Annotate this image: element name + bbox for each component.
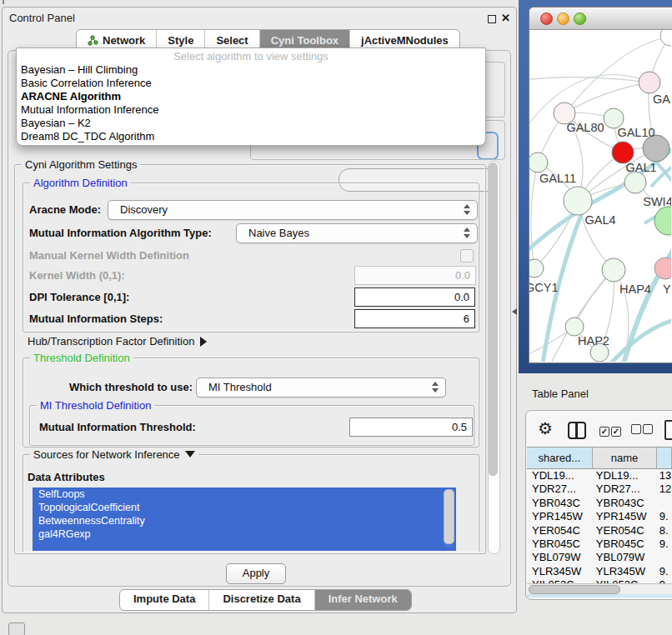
settings-scrollbar[interactable] [488, 161, 500, 554]
table-cell: YLR345W [591, 565, 654, 578]
table-row[interactable]: YPR145WYPR145W9. [527, 510, 672, 523]
attribute-item-topologicalcoefficient[interactable]: TopologicalCoefficient [33, 501, 456, 514]
mi-type-combo[interactable]: Naive Bayes [236, 223, 478, 243]
network-icon [88, 35, 98, 46]
table-cell [654, 497, 672, 510]
tab-label: Select [216, 34, 248, 47]
manual-kernel-checkbox[interactable] [460, 249, 474, 262]
table-row[interactable]: YBL079WYBL079W [527, 551, 672, 564]
control-panel-window: Control Panel ✕ NetworkStyleSelectCyni T… [2, 7, 517, 613]
table-row[interactable]: YER054CYER054C8. [527, 524, 672, 538]
network-node[interactable] [660, 30, 671, 46]
network-thick-edge[interactable] [608, 318, 671, 362]
table-cell: YDR27... [527, 482, 591, 496]
tab-infer-network[interactable]: Infer Network [314, 590, 411, 610]
aracne-mode-label: Aracne Mode: [29, 200, 101, 219]
algorithm-option-bayesian-hill-climbing[interactable]: Bayesian – Hill Climbing [17, 63, 485, 77]
sources-group-title: Sources for Network Inference [33, 448, 180, 461]
network-node[interactable] [654, 207, 671, 235]
algorithm-dropdown-placeholder: Select algorithm to view settings [17, 50, 485, 62]
table-footer-strip [527, 594, 672, 598]
tab-impute-data[interactable]: Impute Data [120, 590, 208, 610]
column-header-cut[interactable] [657, 448, 672, 468]
table-row[interactable]: YLR345WYLR345W9. [527, 565, 672, 578]
float-window-icon[interactable] [488, 15, 496, 23]
apply-button[interactable]: Apply [226, 563, 286, 584]
column-header-shared-[interactable]: shared... [527, 448, 593, 468]
attribute-item-gal4rgexp[interactable]: gal4RGexp [33, 528, 456, 541]
table-cell: YDR27... [591, 482, 654, 496]
table-cell: YER054C [591, 524, 654, 538]
network-node-hap4[interactable] [602, 258, 625, 282]
attribute-item-betweennesscentrality[interactable]: BetweennessCentrality [33, 514, 456, 528]
deselect-all-icon[interactable] [631, 424, 654, 437]
algorithm-option-aracne-algorithm[interactable]: ARACNE Algorithm [17, 90, 485, 103]
tab-label: Network [103, 34, 145, 47]
tab-discretize-data[interactable]: Discretize Data [208, 590, 313, 610]
network-node-gal[interactable] [639, 72, 660, 93]
table-row[interactable]: YDL19...YDL19...13 [527, 469, 672, 482]
close-icon[interactable]: ✕ [501, 12, 510, 24]
minimized-panel-icon[interactable] [8, 622, 25, 635]
column-layout-icon[interactable] [568, 422, 586, 439]
attribute-item-selfloops[interactable]: SelfLoops [33, 488, 456, 501]
select-all-icon[interactable]: ✓✓ [599, 424, 623, 437]
expanded-arrow-icon [185, 451, 195, 458]
table-row[interactable]: YDR27...YDR27...12 [527, 482, 672, 496]
which-threshold-combo[interactable]: MI Threshold [196, 378, 446, 398]
table-cell: 9. [654, 510, 672, 523]
new-table-icon[interactable] [664, 420, 672, 440]
mi-steps-field[interactable]: 6 [354, 309, 475, 328]
node-attribute-table[interactable]: shared...nameYDL19...YDL19...13YDR27...Y… [527, 447, 672, 592]
threshold-definition-title: Threshold Definition [30, 352, 133, 364]
table-hscrollbar[interactable] [527, 583, 672, 594]
table-settings-gear-icon[interactable]: ⚙ [538, 420, 553, 437]
table-cell: 8. [654, 524, 672, 538]
network-node-swi4[interactable] [624, 172, 646, 193]
close-traffic-light-icon[interactable] [540, 12, 553, 25]
split-pane-handle[interactable] [512, 308, 517, 315]
network-graph: GALGAL80GAL10GAL1GAL11SWI4GAL4GCY1HAP4YH… [529, 30, 671, 362]
mi-threshold-definition-title: MI Threshold Definition [37, 399, 154, 412]
mi-threshold-field[interactable]: 0.5 [349, 418, 473, 437]
hub-section-toggle[interactable]: Hub/Transcription Factor Definition [28, 334, 207, 349]
minimize-traffic-light-icon[interactable] [557, 12, 569, 25]
which-threshold-value: MI Threshold [208, 381, 272, 393]
attributes-scrollbar-thumb[interactable] [444, 489, 454, 544]
network-edge[interactable] [531, 162, 538, 268]
table-row[interactable]: YBR045CYBR045C9. [527, 538, 672, 551]
network-canvas[interactable]: GALGAL80GAL10GAL1GAL11SWI4GAL4GCY1HAP4YH… [529, 30, 671, 362]
zoom-traffic-light-icon[interactable] [574, 12, 586, 25]
tab-label: jActiveMNodules [361, 34, 449, 47]
node-label-gcy1: GCY1 [529, 281, 559, 294]
algorithm-dropdown-popup: Select algorithm to view settings Bayesi… [16, 48, 486, 146]
panel-title: Control Panel [9, 8, 75, 29]
algorithm-option-mutual-information-inference[interactable]: Mutual Information Inference [17, 103, 485, 117]
cyni-bottom-tab-bar: Impute DataDiscretize DataInfer Network [119, 589, 412, 611]
network-node-gal4[interactable] [564, 187, 592, 215]
dpi-tolerance-field[interactable]: 0.0 [354, 288, 475, 307]
attributes-scrollbar[interactable] [444, 489, 453, 548]
data-attributes-list[interactable]: SelfLoopsTopologicalCoefficientBetweenne… [33, 488, 456, 551]
network-node-gal11[interactable] [529, 152, 548, 172]
table-hscrollbar-thumb[interactable] [529, 585, 620, 594]
network-node-gcy1[interactable] [529, 259, 544, 278]
column-header-name[interactable]: name [593, 448, 658, 468]
network-window-titlebar[interactable] [529, 8, 672, 30]
mi-threshold-label: Mutual Information Threshold: [39, 418, 196, 437]
table-row[interactable]: YBR043CYBR043C [527, 497, 672, 510]
manual-kernel-label: Manual Kernel Width Definition [29, 249, 189, 262]
table-cell: YLR345W [527, 565, 591, 578]
algorithm-option-basic-correlation-inference[interactable]: Basic Correlation Inference [17, 77, 485, 90]
aracne-mode-combo[interactable]: Discovery [108, 200, 478, 220]
sources-group-toggle[interactable]: Sources for Network Inference [30, 448, 198, 461]
kernel-width-field[interactable]: 0.0 [354, 266, 476, 285]
settings-scrollbar-thumb[interactable] [489, 162, 498, 476]
table-cell: 9. [654, 538, 672, 551]
network-node-hap2[interactable] [565, 318, 584, 336]
table-cell: YBR045C [591, 538, 654, 551]
algorithm-option-bayesian-k2[interactable]: Bayesian – K2 [17, 117, 485, 130]
collapsed-arrow-icon [200, 337, 207, 347]
table-cell: YBL079W [527, 551, 591, 564]
algorithm-option-dream8-dc-tdc-algorithm[interactable]: Dream8 DC_TDC Algorithm [17, 130, 485, 143]
